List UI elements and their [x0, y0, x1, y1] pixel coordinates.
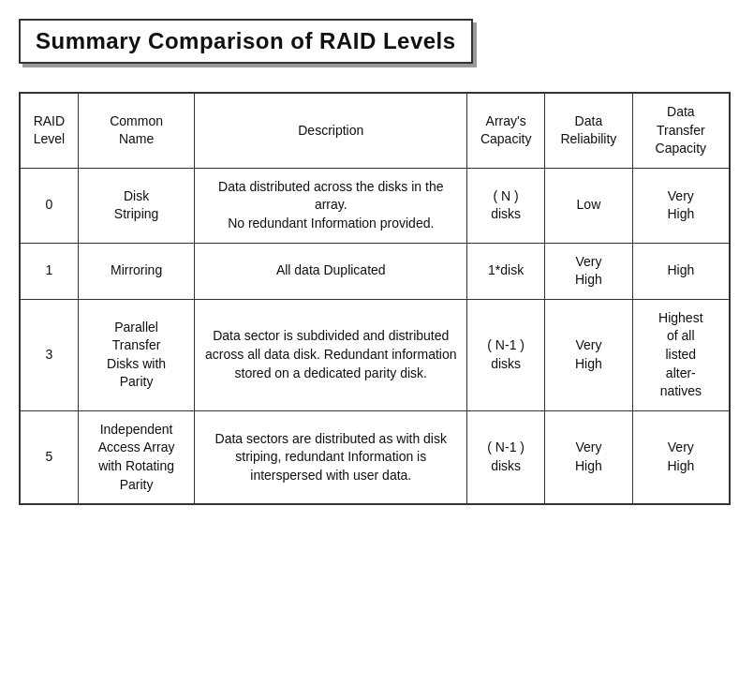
table-row: 5Independent Access Array with Rotating …	[20, 410, 730, 504]
cell-capacity: 1*disk	[467, 243, 545, 299]
header-data-reliability: DataReliability	[545, 93, 632, 168]
header-raid-level: RAIDLevel	[20, 93, 78, 168]
cell-description: Data sectors are distributed as with dis…	[195, 410, 467, 504]
cell-transfer: Very High	[632, 168, 730, 243]
header-data-transfer: DataTransferCapacity	[632, 93, 730, 168]
cell-description: Data distributed across the disks in the…	[195, 168, 467, 243]
table-row: 0Disk StripingData distributed across th…	[20, 168, 730, 243]
cell-raid-level: 0	[20, 168, 78, 243]
cell-common-name: Disk Striping	[78, 168, 195, 243]
table-header-row: RAIDLevel CommonName Description Array's…	[20, 93, 730, 168]
cell-capacity: ( N-1 ) disks	[467, 410, 545, 504]
cell-common-name: Independent Access Array with Rotating P…	[78, 410, 195, 504]
page-container: Summary Comparison of RAID Levels RAIDLe…	[19, 19, 731, 505]
cell-raid-level: 3	[20, 299, 78, 410]
cell-raid-level: 1	[20, 243, 78, 299]
cell-transfer: Very High	[632, 410, 730, 504]
cell-common-name: Mirroring	[78, 243, 195, 299]
cell-description: All data Duplicated	[195, 243, 467, 299]
header-arrays-capacity: Array'sCapacity	[467, 93, 545, 168]
cell-transfer: High	[632, 243, 730, 299]
cell-reliability: Very High	[545, 410, 632, 504]
cell-common-name: Parallel Transfer Disks with Parity	[78, 299, 195, 410]
page-title: Summary Comparison of RAID Levels	[36, 28, 456, 53]
title-box: Summary Comparison of RAID Levels	[19, 19, 473, 64]
cell-reliability: Very High	[545, 299, 632, 410]
header-description: Description	[195, 93, 467, 168]
cell-description: Data sector is subdivided and distribute…	[195, 299, 467, 410]
cell-transfer: Highest of all listed alter- natives	[632, 299, 730, 410]
cell-capacity: ( N-1 ) disks	[467, 299, 545, 410]
comparison-table: RAIDLevel CommonName Description Array's…	[19, 92, 731, 505]
cell-raid-level: 5	[20, 410, 78, 504]
table-row: 1MirroringAll data Duplicated1*diskVery …	[20, 243, 730, 299]
cell-reliability: Low	[545, 168, 632, 243]
cell-capacity: ( N ) disks	[467, 168, 545, 243]
table-row: 3Parallel Transfer Disks with ParityData…	[20, 299, 730, 410]
cell-reliability: Very High	[545, 243, 632, 299]
header-common-name: CommonName	[78, 93, 195, 168]
